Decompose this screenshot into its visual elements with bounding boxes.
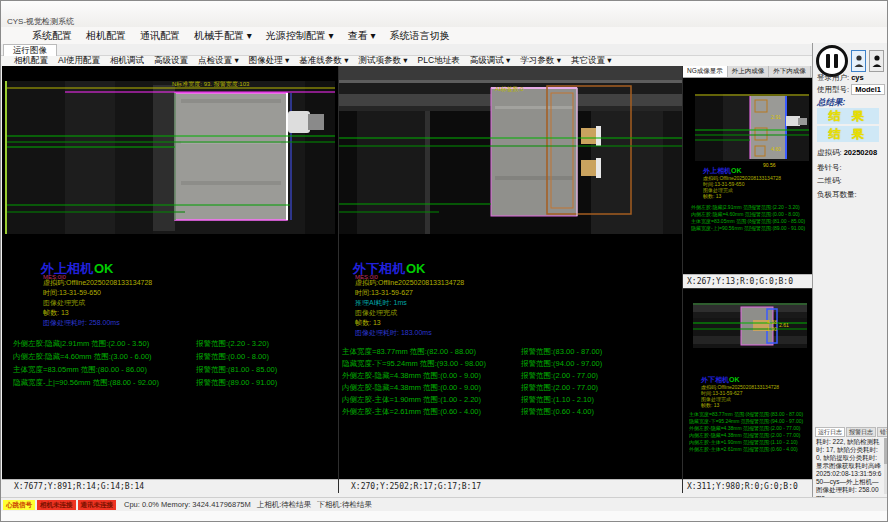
mini-bottom-label: 4.38	[767, 319, 777, 325]
login-user-button[interactable]	[851, 50, 866, 72]
mini-top-label: 2.91	[771, 114, 781, 120]
left-meas-row: 隐藏宽度-上|=90.56mm 范围:(88.00 - 92.00) 报警范围:…	[13, 378, 277, 388]
mini-panel-top: NG成像显示 外上内成像 外下内成像 2.9	[683, 66, 812, 289]
mini-bottom-info: 虚拟码:Offline20250208133134728 时间:13-31-59…	[701, 384, 779, 408]
middle-pixel-coordinates: X:270;Y:2502;R:17;G:17;B:17	[339, 479, 682, 493]
mini-bottom-meas-row: 内侧左胶-主体=1.90mm 范围:(1.00 - 2.20)报警范围:(1.1…	[689, 439, 798, 445]
left-image-annotation: N标准宽度: 93. 报警宽度:103	[172, 80, 249, 89]
middle-meas-row: 内侧左胶-隐藏=4.38mm 范围:(0.00 - 9.00) 报警范围:(2.…	[342, 383, 598, 393]
user-icon	[872, 54, 882, 68]
mini-tab-row: NG成像显示 外上内成像 外下内成像	[683, 66, 812, 78]
model-row: 使用型号: Model1	[817, 85, 885, 95]
left-camera-status: OK	[94, 261, 114, 276]
lower-camera-result-status: 下相机:待检结果	[317, 500, 372, 510]
mini-top-label: 90.56	[763, 162, 776, 168]
outer-upper-camera-image[interactable]	[5, 81, 335, 234]
mini-tab-upper-view[interactable]: 外上内成像	[728, 66, 770, 77]
window-title: CYS-视觉检测系统	[7, 16, 74, 27]
middle-meas-row: 外侧左胶-主体=2.61mm 范围:(0.60 - 4.00) 报警范围:(0.…	[342, 407, 594, 417]
mini-panel-bottom: 4.38 1.90 2.61 外下相机OK 虚拟码:Offline2025020…	[683, 289, 812, 493]
log-tab-alarm[interactable]: 报警日志	[846, 427, 876, 437]
log-tab-error[interactable]: 错误日志	[877, 427, 888, 437]
mini-top-meas-row: 外侧左胶:隐藏|2.91mm 范围:(2.00 - 3.50)报警范围:(2.2…	[691, 204, 800, 210]
camera-panel-outer-upper: N标准宽度: 93. 报警宽度:103 外上相机OK MES:0|0 虚拟码:O…	[2, 66, 339, 493]
log-scrollbar[interactable]	[884, 438, 888, 494]
log-text: 耗时: 222, 缺陷检测耗时: 17, 缺陷分类耗时: 0, 缺陷提取分类耗时…	[816, 438, 882, 502]
result-box-lower: 结 果	[817, 126, 879, 142]
middle-meas-row: 主体宽度=83.77mm 范围:(82.00 - 88.00) 报警范围:(83…	[342, 347, 602, 357]
app-window: CYS-视觉检测系统 C 系统配置 相机配置 通讯配置 机械手配置 ▾ 光源控制…	[0, 0, 888, 522]
mini-bottom-camera-image[interactable]	[693, 303, 807, 348]
login-user-value: cys	[851, 73, 864, 82]
login-user-row: 登录用户: cys	[817, 73, 864, 83]
middle-camera-status: OK	[406, 261, 426, 276]
mini-panel-column: NG成像显示 外上内成像 外下内成像 2.9	[683, 66, 812, 493]
mini-bottom-meas-row: 外侧左胶-隐藏=4.38mm 范围:(0.00 - 9.00)报警范围:(2.0…	[689, 425, 800, 431]
middle-camera-info: 虚拟码:Offline20250208133134728 时间:13-31-59…	[355, 278, 464, 338]
middle-meas-row: 内侧左胶-主体=1.90mm 范围:(1.00 - 2.20) 报警范围:(1.…	[342, 395, 594, 405]
mini-top-info: 虚拟码:Offline20250208133134728 时间:13-31-59…	[703, 175, 781, 199]
mini-bottom-label: 1.90	[767, 326, 777, 332]
camera-connection-badge: 相机未连接	[37, 500, 76, 510]
camera-panel-outer-lower: AI标签数:0 外下相机OK MES:0|0 虚拟码:Offline202502…	[339, 66, 683, 493]
mini-top-meas-row: 内侧左胶:隐藏=4.60mm 范围:(3.00 - 6.00)报警范围:(0.0…	[691, 211, 800, 217]
left-camera-info: 虚拟码:Offline20250208133134728 时间:13-31-59…	[43, 278, 152, 328]
virtual-code-row: 虚拟码: 20250208	[817, 148, 877, 158]
middle-meas-row: 外侧左胶-隐藏=4.38mm 范围:(0.00 - 9.00) 报警范围:(2.…	[342, 371, 598, 381]
neg-tab-count-row: 负极耳数量:	[817, 190, 857, 200]
user-account-button[interactable]	[869, 50, 884, 72]
menu-view[interactable]: 查看 ▾	[341, 29, 383, 43]
upper-camera-result-status: 上相机:待检结果	[257, 500, 312, 510]
menu-comm-config[interactable]: 通讯配置	[133, 29, 187, 43]
menu-system-config[interactable]: 系统配置	[25, 29, 79, 43]
mini-bottom-meas-row: 外侧左胶-主体=2.61mm 范围:(0.60 - 4.00)报警范围:(0.6…	[689, 446, 798, 452]
model-select[interactable]: Model1	[851, 84, 885, 95]
tool-bar: 相机配置 AI使用配置 相机调试 高级设置 点检设置 ▾ 图像处理 ▾ 基准线参…	[1, 56, 812, 66]
left-meas-row: 外侧左胶:隐藏|2.91mm 范围:(2.00 - 3.50) 报警范围:(2.…	[13, 339, 269, 349]
right-sidebar: 登录用户: cys 使用型号: Model1 总结果: 结 果 结 果 虚拟码:…	[812, 43, 888, 497]
mini-top-meas-row: 隐藏宽度-上|=90.56mm 范围:(88.00 - 92.00)报警范围:(…	[691, 225, 805, 231]
log-tab-row: 运行日志 报警日志 错误日志	[815, 427, 888, 437]
qr-code-row: 二维码:	[817, 176, 842, 186]
mini-bottom-meas-row: 内侧左胶-隐藏=4.38mm 范围:(0.00 - 9.00)报警范围:(2.0…	[689, 432, 800, 438]
menu-camera-config[interactable]: 相机配置	[79, 29, 133, 43]
middle-image-annotation: AI标签数:0	[495, 85, 524, 94]
menu-language-switch[interactable]: 系统语言切换	[382, 29, 456, 43]
result-box-upper: 结 果	[817, 108, 879, 124]
pin-number-row: 卷针号:	[817, 163, 842, 173]
mini-tab-lower-view[interactable]: 外下内成像	[769, 66, 811, 77]
mini-bottom-pixel-coordinates: X:311;Y:980;R:0;G:0;B:0	[683, 479, 812, 493]
left-pixel-coordinates: X:7677;Y:891;R:14;G:14;B:14	[2, 479, 338, 493]
title-bar: CYS-视觉检测系统	[1, 1, 888, 28]
bottom-strip	[1, 511, 888, 522]
mini-top-meas-row: 主体宽度=83.05mm 范围:(80.00 - 86.00)报警范围:(81.…	[691, 218, 805, 224]
log-scrollbar-thumb[interactable]	[884, 438, 888, 464]
menu-robot-config[interactable]: 机械手配置 ▾	[187, 29, 259, 43]
log-tab-run[interactable]: 运行日志	[815, 427, 845, 437]
left-meas-row: 主体宽度=83.05mm 范围:(80.00 - 86.00) 报警范围:(81…	[13, 365, 277, 375]
mini-top-pixel-coordinates: X:267;Y:13;R:0;G:0;B:0	[683, 274, 812, 288]
mini-top-label: 4.60	[771, 146, 781, 152]
left-meas-row: 内侧左胶:隐藏=4.60mm 范围:(3.00 - 6.00) 报警范围:(0.…	[13, 352, 269, 362]
status-bar: 心跳信号 相机未连接 通讯未连接 Cpu: 0.0% Memory: 3424.…	[1, 497, 888, 511]
middle-meas-row: 隐藏宽度-下=95.24mm 范围:(93.00 - 98.00) 报警范围:(…	[342, 359, 602, 369]
menu-light-config[interactable]: 光源控制配置 ▾	[259, 29, 341, 43]
menu-bar: 系统配置 相机配置 通讯配置 机械手配置 ▾ 光源控制配置 ▾ 查看 ▾ 系统语…	[1, 27, 888, 44]
mini-bottom-meas-row: 主体宽度=83.77mm 范围:(82.00 - 88.00)报警范围:(83.…	[689, 411, 803, 417]
user-login-icon	[854, 54, 864, 68]
mini-bottom-meas-row: 隐藏宽度-下=95.24mm 范围:(93.00 - 98.00)报警范围:(9…	[689, 418, 803, 424]
comm-connection-badge: 通讯未连接	[78, 500, 117, 510]
mini-top-camera-image[interactable]	[695, 94, 809, 161]
mini-bottom-label: 2.61	[779, 322, 789, 328]
cpu-memory-status: Cpu: 0.0% Memory: 3424.41796875M	[124, 500, 251, 509]
virtual-code-value: 20250208	[844, 148, 877, 157]
heartbeat-badge: 心跳信号	[3, 500, 35, 510]
mini-tab-ng-display[interactable]: NG成像显示	[683, 66, 728, 77]
